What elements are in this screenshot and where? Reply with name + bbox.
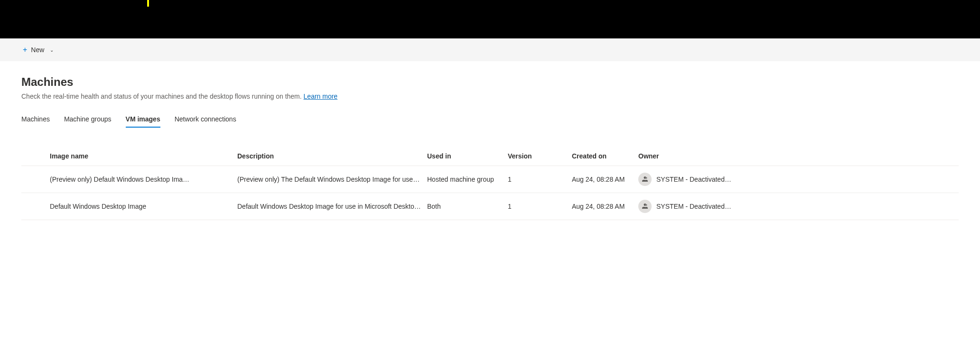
owner-text: SYSTEM - Deactivated… [656, 203, 731, 210]
row-usedin: Hosted machine group [427, 176, 508, 183]
tab-network-connections[interactable]: Network connections [175, 111, 236, 128]
row-name[interactable]: Default Windows Desktop Image [50, 203, 237, 210]
plus-icon: + [23, 46, 27, 54]
new-button-label: New [31, 46, 44, 54]
chevron-down-icon: ⌄ [50, 47, 54, 53]
vm-images-table: Image name Description Used in Version C… [21, 147, 959, 220]
row-version: 1 [508, 203, 572, 210]
col-created-header[interactable]: Created on [572, 152, 638, 160]
table-row[interactable]: Default Windows Desktop Image Default Wi… [21, 193, 959, 220]
col-checkbox-header [21, 152, 50, 160]
owner-avatar-icon [638, 173, 652, 186]
tab-machines[interactable]: Machines [21, 111, 50, 128]
col-name-header[interactable]: Image name [50, 152, 237, 160]
top-header-bar [0, 0, 980, 38]
page-title: Machines [21, 75, 959, 89]
yellow-marker [147, 0, 149, 7]
owner-text: SYSTEM - Deactivated… [656, 176, 731, 183]
col-description-header[interactable]: Description [237, 152, 427, 160]
col-usedin-header[interactable]: Used in [427, 152, 508, 160]
table-header-row: Image name Description Used in Version C… [21, 147, 959, 166]
row-description: Default Windows Desktop Image for use in… [237, 203, 427, 210]
tabs-container: Machines Machine groups VM images Networ… [21, 111, 959, 128]
row-created: Aug 24, 08:28 AM [572, 203, 638, 210]
tab-machine-groups[interactable]: Machine groups [64, 111, 112, 128]
new-button[interactable]: + New ⌄ [19, 43, 57, 57]
table-row[interactable]: (Preview only) Default Windows Desktop I… [21, 166, 959, 193]
learn-more-link[interactable]: Learn more [304, 93, 338, 100]
row-name[interactable]: (Preview only) Default Windows Desktop I… [50, 176, 237, 183]
row-usedin: Both [427, 203, 508, 210]
col-version-header[interactable]: Version [508, 152, 572, 160]
page-content: Machines Check the real-time health and … [0, 61, 980, 220]
owner-avatar-icon [638, 200, 652, 213]
description-text: Check the real-time health and status of… [21, 93, 302, 100]
row-owner: SYSTEM - Deactivated… [638, 200, 959, 213]
row-created: Aug 24, 08:28 AM [572, 176, 638, 183]
row-version: 1 [508, 176, 572, 183]
page-description: Check the real-time health and status of… [21, 93, 959, 100]
col-owner-header[interactable]: Owner [638, 152, 959, 160]
tab-vm-images[interactable]: VM images [126, 111, 160, 128]
row-owner: SYSTEM - Deactivated… [638, 173, 959, 186]
row-description: (Preview only) The Default Windows Deskt… [237, 176, 427, 183]
toolbar: + New ⌄ [0, 38, 980, 61]
